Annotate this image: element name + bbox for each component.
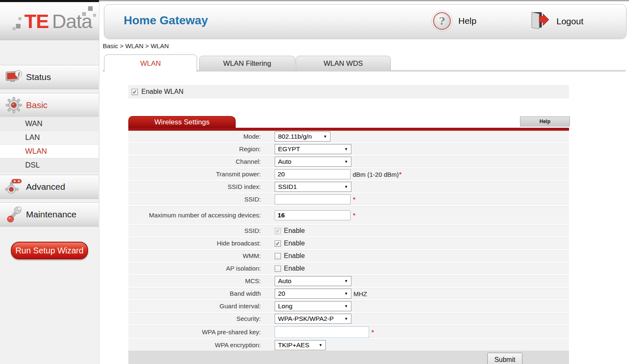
- channel-select[interactable]: Auto ▼: [275, 157, 351, 167]
- sidebar-item-maintenance[interactable]: Maintenance: [0, 202, 99, 227]
- select-value: 802.11b/g/n: [278, 133, 312, 140]
- field-label: WPA pre-shared key:: [128, 328, 261, 336]
- ssid-input[interactable]: [275, 194, 351, 204]
- wmm-checkbox[interactable]: ✓: [275, 253, 281, 259]
- wpa-key-input[interactable]: [275, 326, 369, 338]
- te-data-logo: TEData: [24, 10, 92, 33]
- form-row-ap-isolation: AP isolation: ✓ Enable: [128, 263, 569, 275]
- submenu-label: LAN: [25, 133, 40, 142]
- checkbox-label: Enable: [284, 265, 305, 272]
- chevron-down-icon: ▼: [344, 317, 348, 321]
- tab-wlan-wds[interactable]: WLAN WDS: [296, 56, 391, 71]
- transmit-power-input[interactable]: [275, 169, 351, 179]
- wpa-encryption-select[interactable]: TKIP+AES ▼: [275, 340, 326, 350]
- sidebar-item-wan[interactable]: WAN: [0, 117, 99, 131]
- logo-te-text: TE: [24, 10, 49, 32]
- sidebar-item-label: Advanced: [26, 182, 65, 192]
- max-devices-input[interactable]: [275, 210, 351, 220]
- enable-wlan-row: ✓ Enable WLAN: [128, 85, 569, 98]
- form-row-wpa-encryption: WPA encryption: TKIP+AES ▼: [128, 339, 569, 352]
- checkbox-label: Enable: [284, 240, 305, 247]
- header-help-button[interactable]: ? Help: [431, 10, 476, 31]
- form-row-mcs: MCS: Auto ▼: [128, 275, 569, 288]
- guard-interval-select[interactable]: Long ▼: [275, 301, 351, 311]
- wrench-icon: [4, 206, 23, 223]
- router-admin-page: TEData i Status: [0, 0, 629, 364]
- required-star: *: [353, 196, 355, 203]
- panel-help-button[interactable]: Help: [520, 116, 570, 126]
- wireless-settings-form: Mode: 802.11b/g/n ▼ Region: EGYPT ▼ Chan…: [128, 131, 569, 352]
- enable-wlan-checkbox[interactable]: ✓: [132, 89, 138, 95]
- field-label: Transmit power:: [128, 170, 261, 178]
- tab-wlan-filtering[interactable]: WLAN Filtering: [199, 56, 295, 71]
- select-value: EGYPT: [278, 145, 300, 153]
- required-star: *: [399, 171, 401, 178]
- chevron-down-icon: ▼: [344, 279, 348, 283]
- field-label: AP isolation:: [128, 265, 261, 272]
- mode-select[interactable]: 802.11b/g/n ▼: [275, 132, 330, 142]
- sidebar-item-label: Basic: [26, 100, 47, 110]
- ap-isolation-checkbox[interactable]: ✓: [275, 266, 281, 272]
- field-suffix: MHZ: [353, 290, 367, 297]
- sidebar-item-advanced[interactable]: Advanced: [0, 175, 99, 199]
- select-value: Auto: [278, 277, 291, 285]
- logo-pixel-decoration: [13, 27, 16, 30]
- chevron-down-icon: ▼: [344, 304, 348, 308]
- logo-data-text: Data: [52, 10, 92, 32]
- chevron-down-icon: ▼: [344, 292, 348, 296]
- logout-button[interactable]: Logout: [529, 10, 583, 32]
- sidebar-item-lan[interactable]: LAN: [0, 131, 99, 145]
- field-label: Guard interval:: [128, 302, 261, 310]
- tab-label: WLAN WDS: [324, 59, 363, 68]
- logo-pixel-decoration: [93, 14, 96, 17]
- field-label: SSID index:: [128, 183, 261, 191]
- logout-label: Logout: [556, 16, 583, 26]
- chevron-down-icon: ▼: [344, 147, 348, 151]
- required-star: *: [353, 212, 355, 219]
- checkbox-label: Enable: [284, 227, 305, 235]
- form-row-transmit-power: Transmit power: dBm (1-20 dBm) *: [128, 168, 569, 181]
- form-row-security: Security: WPA-PSK/WPA2-P ▼: [128, 313, 569, 325]
- sidebar-item-basic[interactable]: Basic: [0, 93, 99, 117]
- hide-broadcast-checkbox[interactable]: ✓: [275, 240, 281, 247]
- enable-wlan-label: Enable WLAN: [141, 88, 184, 96]
- security-select[interactable]: WPA-PSK/WPA2-P ▼: [275, 314, 351, 324]
- field-label: Region:: [128, 145, 261, 153]
- mcs-select[interactable]: Auto ▼: [275, 276, 351, 286]
- submenu-label: WAN: [25, 119, 42, 128]
- top-border-line: [99, 0, 629, 1]
- sidebar-item-wlan[interactable]: WLAN: [0, 145, 99, 158]
- field-label: Maximum number of accessing devices:: [128, 212, 261, 219]
- ssid-enable-checkbox: ✓: [275, 228, 281, 234]
- chevron-down-icon: ▼: [323, 134, 327, 139]
- field-label: Hide broadcast:: [128, 240, 261, 247]
- submit-button[interactable]: Submit: [487, 353, 522, 364]
- form-row-ssid-index: SSID index: SSID1 ▼: [128, 181, 569, 194]
- ssid-index-select[interactable]: SSID1 ▼: [275, 182, 351, 192]
- sidebar-item-status[interactable]: i Status: [0, 65, 99, 89]
- bandwidth-select[interactable]: 20 ▼: [275, 289, 351, 299]
- select-value: Auto: [278, 158, 291, 165]
- panel-help-label: Help: [539, 119, 550, 124]
- chevron-down-icon: ▼: [319, 343, 322, 347]
- required-star: *: [372, 329, 374, 336]
- help-label: Help: [458, 16, 476, 26]
- tab-wlan[interactable]: WLAN: [104, 54, 197, 72]
- header-bar: Home Gateway ? Help Logout: [104, 4, 626, 39]
- run-setup-wizard-button[interactable]: Run Setup Wizard: [11, 242, 88, 259]
- select-value: WPA-PSK/WPA2-P: [278, 315, 334, 323]
- select-value: SSID1: [278, 183, 297, 191]
- region-select[interactable]: EGYPT ▼: [275, 144, 351, 154]
- form-row-region: Region: EGYPT ▼: [128, 143, 569, 156]
- field-label: Band width: [128, 290, 261, 297]
- sidebar-item-dsl[interactable]: DSL: [0, 158, 99, 172]
- chevron-down-icon: ▼: [344, 185, 348, 189]
- form-row-ssid-enable: SSID: ✓ Enable: [128, 225, 569, 238]
- page-title: Home Gateway: [124, 14, 208, 27]
- field-label: Mode:: [128, 133, 261, 140]
- form-row-mode: Mode: 802.11b/g/n ▼: [128, 131, 569, 143]
- field-suffix: dBm (1-20 dBm): [353, 171, 399, 178]
- section-title: Wireless Settings: [154, 118, 209, 126]
- form-row-bandwidth: Band width 20 ▼ MHZ: [128, 288, 569, 300]
- field-label: SSID:: [128, 227, 261, 235]
